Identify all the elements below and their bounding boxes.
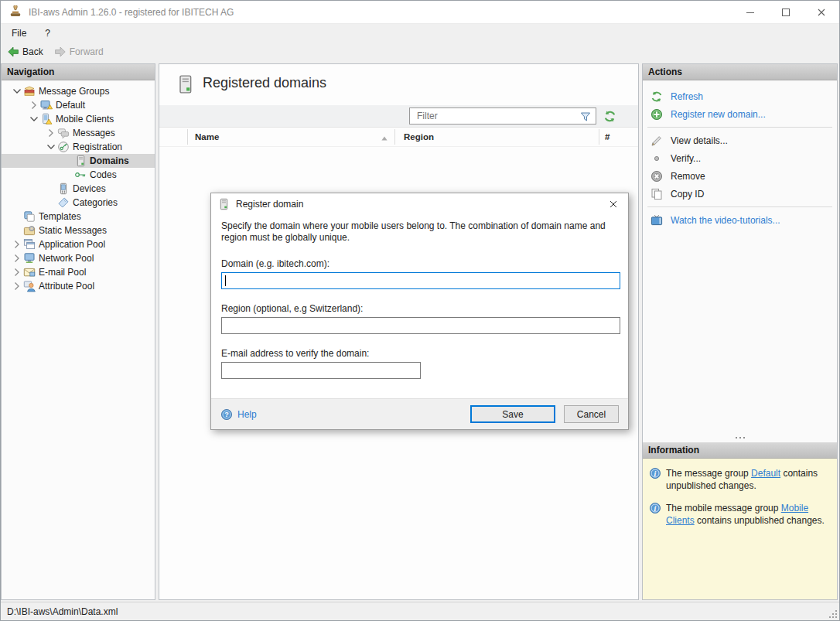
tree-item-static-messages[interactable]: Static Messages [2, 223, 155, 237]
bullet-icon [650, 152, 663, 165]
twisty-spacer [11, 210, 23, 223]
tree-item-devices[interactable]: Devices [2, 182, 155, 196]
tree-item-attribute-pool[interactable]: Attribute Pool [2, 279, 155, 293]
status-bar: D:\IBI-aws\Admin\Data.xml [1, 602, 839, 620]
chevron-right-icon[interactable] [45, 127, 57, 139]
navigation-header: Navigation [2, 64, 155, 80]
panel-splitter[interactable] [643, 433, 837, 442]
chevron-right-icon[interactable] [11, 238, 23, 251]
remove-circle-icon [650, 170, 663, 183]
save-button[interactable]: Save [470, 405, 555, 423]
email-input[interactable] [222, 363, 420, 378]
chevron-right-icon[interactable] [28, 99, 40, 111]
network-pool-icon [23, 252, 36, 264]
tree-item-domains[interactable]: Domains [2, 154, 155, 168]
page-title: Registered domains [203, 75, 326, 91]
dialog-title-bar: Register domain [211, 193, 628, 214]
back-button[interactable]: Back [2, 44, 48, 60]
forward-button[interactable]: Forward [50, 44, 108, 60]
info-item: The mobile message group Mobile Clients … [649, 502, 831, 527]
actions-list: Refresh Register new domain... View deta… [643, 80, 837, 229]
tag-icon [57, 196, 70, 209]
info-text: The message group Default contains unpub… [666, 467, 831, 492]
chevron-right-icon[interactable] [11, 266, 23, 278]
help-link[interactable]: Help [220, 408, 257, 421]
application-pool-icon [23, 238, 36, 251]
tool-bar: Back Forward [1, 43, 839, 61]
maximize-icon [780, 6, 792, 19]
mobile-warning-icon [40, 113, 53, 125]
text-caret [225, 275, 226, 286]
action-view-details[interactable]: View details... [643, 131, 837, 149]
maximize-button[interactable] [768, 1, 804, 23]
column-separator [394, 129, 395, 145]
registration-icon [57, 141, 70, 153]
add-circle-icon [650, 108, 663, 121]
copy-icon [650, 188, 663, 200]
tree-item-mobile-clients[interactable]: Mobile Clients [2, 112, 155, 126]
tree-item-templates[interactable]: Templates [2, 210, 155, 223]
column-header-count[interactable]: # [605, 132, 610, 142]
back-icon [7, 46, 19, 58]
tree-item-categories[interactable]: Categories [2, 196, 155, 210]
column-header-name[interactable]: Name [195, 132, 219, 142]
column-separator [187, 129, 188, 145]
filter-input[interactable] [410, 108, 596, 124]
splitter-dots-icon [739, 437, 741, 438]
action-watch-video-tutorials[interactable]: Watch the video-tutorials... [643, 211, 837, 229]
tree-item-message-groups[interactable]: Message Groups [2, 84, 155, 98]
server-icon [217, 198, 230, 210]
message-groups-icon [23, 85, 36, 97]
chevron-right-icon[interactable] [11, 280, 23, 292]
tree-item-application-pool[interactable]: Application Pool [2, 237, 155, 251]
chevron-right-icon[interactable] [11, 252, 23, 264]
phone-icon [57, 183, 70, 195]
action-refresh[interactable]: Refresh [643, 87, 837, 105]
chevron-down-icon[interactable] [28, 113, 40, 125]
chevron-down-icon[interactable] [11, 85, 23, 97]
region-field-group: Region (optional, e.g Switzerland): [221, 303, 619, 334]
title-bar: IBI-aws Admin 1.26.0 - registered for IB… [1, 1, 839, 24]
info-text: The mobile message group Mobile Clients … [666, 502, 831, 527]
region-input[interactable] [222, 318, 620, 333]
column-header-region[interactable]: Region [404, 132, 434, 142]
dialog-close-button[interactable] [605, 196, 622, 213]
tree-item-codes[interactable]: Codes [2, 168, 155, 182]
action-remove[interactable]: Remove [643, 167, 837, 185]
filter-strip [159, 105, 638, 127]
email-field-box [221, 362, 421, 379]
domain-input[interactable] [222, 273, 620, 288]
tree-item-email-pool[interactable]: E-mail Pool [2, 265, 155, 279]
tree-item-network-pool[interactable]: Network Pool [2, 251, 155, 265]
refresh-icon[interactable] [603, 110, 616, 123]
templates-icon [23, 210, 36, 223]
close-icon [815, 6, 828, 19]
action-verify[interactable]: Verify... [643, 149, 837, 167]
menu-file[interactable]: File [4, 26, 34, 41]
minimize-button[interactable] [732, 1, 768, 23]
twisty-spacer [45, 183, 57, 195]
twisty-spacer [62, 155, 74, 167]
action-copy-id[interactable]: Copy ID [643, 185, 837, 203]
close-button[interactable] [804, 1, 839, 23]
separator [647, 206, 832, 207]
chevron-down-icon[interactable] [45, 141, 57, 153]
sort-ascending-icon [381, 135, 388, 142]
key-icon [74, 169, 87, 181]
tree-item-messages[interactable]: Messages [2, 126, 155, 140]
action-register-new-domain[interactable]: Register new domain... [643, 105, 837, 123]
navigation-tree: Message Groups Default Mobile Clients Me… [2, 80, 155, 293]
resize-grip[interactable] [829, 610, 837, 618]
info-link-default[interactable]: Default [751, 468, 780, 479]
cancel-button[interactable]: Cancel [564, 405, 619, 423]
tree-item-registration[interactable]: Registration [2, 140, 155, 154]
forward-icon [54, 46, 67, 58]
window-title: IBI-aws Admin 1.26.0 - registered for IB… [29, 7, 234, 18]
navigation-panel: Navigation Message Groups Default Mobile… [1, 63, 155, 600]
filter-funnel-icon[interactable] [579, 111, 592, 123]
email-pool-icon [23, 266, 36, 278]
menu-help[interactable]: ? [37, 26, 58, 41]
tree-item-default[interactable]: Default [2, 98, 155, 112]
dialog-body: Specify the domain where your mobile use… [211, 214, 628, 379]
refresh-icon [650, 90, 663, 103]
